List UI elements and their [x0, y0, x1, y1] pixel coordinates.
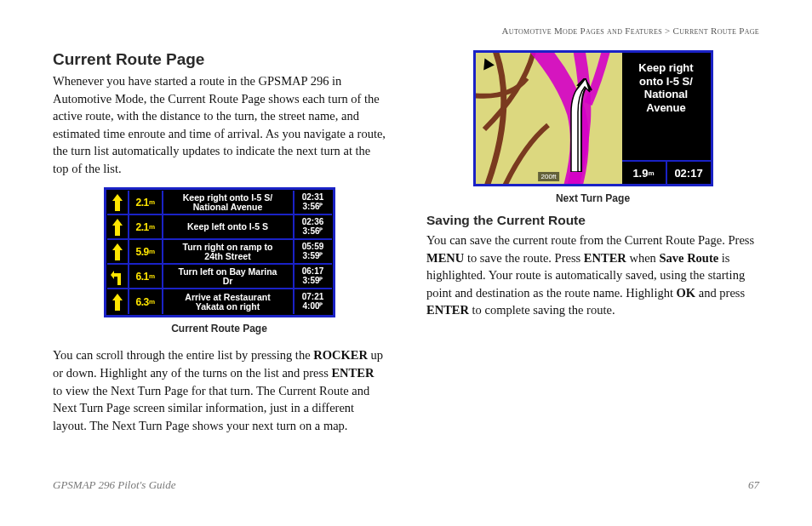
map-scale-label: 200ft [538, 172, 560, 181]
text: to view the Next Turn Page for that turn… [53, 384, 369, 432]
text: to complete saving the route. [469, 303, 615, 317]
route-times: 02:363:56ᴾ [294, 215, 332, 238]
map-instruction: Keep right onto I-5 S/ National Avenue [622, 53, 711, 162]
menu-key: MENU [426, 251, 464, 265]
route-street-name: Keep right onto I-5 S/National Avenue [163, 191, 294, 214]
saving-paragraph: You can save the current route from the … [426, 232, 759, 319]
text: when [626, 251, 660, 265]
route-table: 2.1mKeep right onto I-5 S/National Avenu… [104, 187, 335, 317]
intro-paragraph: Whenever you have started a route in the… [53, 72, 386, 177]
map-stats-row: 1.9m 02:17 [622, 162, 711, 184]
direction-arrow-icon [107, 265, 129, 288]
route-distance: 2.1m [129, 191, 163, 214]
turn-arrow-icon [556, 78, 593, 172]
save-route-label: Save Route [660, 251, 719, 265]
breadcrumb: Automotive Mode Pages and Features > Cur… [502, 26, 759, 36]
map-frame: 200ft Keep right onto I-5 S/ National Av… [473, 50, 713, 186]
route-distance: 6.3m [129, 289, 163, 314]
footer-guide-title: GPSMAP 296 Pilot's Guide [53, 478, 175, 492]
route-distance: 2.1m [129, 215, 163, 238]
enter-key-2: ENTER [426, 303, 469, 317]
route-street-name: Turn left on Bay MarinaDr [163, 265, 294, 288]
ok-label: OK [677, 286, 696, 300]
text: to save the route. Press [464, 251, 584, 265]
heading-saving-route: Saving the Current Route [426, 213, 759, 228]
route-row: 2.1mKeep left onto I-5 S02:363:56ᴾ [107, 215, 332, 240]
enter-key: ENTER [584, 251, 626, 265]
rocker-key: ROCKER [313, 348, 368, 362]
route-row: 2.1mKeep right onto I-5 S/National Avenu… [107, 191, 332, 215]
text: You can scroll through the entire list b… [53, 348, 313, 362]
heading-current-route-page: Current Route Page [53, 50, 386, 69]
figure1-caption: Current Route Page [53, 323, 386, 334]
route-distance: 5.9m [129, 240, 163, 263]
figure2-caption: Next Turn Page [426, 192, 759, 204]
route-street-name: Turn right on ramp to24th Street [163, 240, 294, 263]
route-street-name: Arrive at RestaurantYakata on right [163, 289, 294, 314]
map-roads-svg [476, 53, 622, 184]
direction-arrow-icon [107, 191, 129, 214]
route-row: 6.1mTurn left on Bay MarinaDr06:173:59ᴾ [107, 265, 332, 289]
scroll-paragraph: You can scroll through the entire list b… [53, 346, 386, 434]
route-row: 5.9mTurn right on ramp to24th Street05:5… [107, 240, 332, 265]
map-time: 02:17 [667, 162, 711, 184]
route-row: 6.3mArrive at RestaurantYakata on right0… [107, 289, 332, 314]
content-columns: Current Route Page Whenever you have sta… [53, 50, 759, 444]
text: You can save the current route from the … [426, 233, 754, 247]
route-distance: 6.1m [129, 265, 163, 288]
direction-arrow-icon [107, 240, 129, 263]
map-dist-value: 1.9 [632, 167, 648, 180]
map-canvas: 200ft [476, 53, 622, 184]
figure-next-turn: 200ft Keep right onto I-5 S/ National Av… [426, 50, 759, 204]
page-footer: GPSMAP 296 Pilot's Guide 67 [53, 478, 759, 492]
direction-arrow-icon [107, 289, 129, 314]
map-dist-unit: m [648, 169, 654, 177]
map-info-panel: Keep right onto I-5 S/ National Avenue 1… [622, 53, 711, 184]
route-times: 07:214:00ᴾ [294, 289, 332, 314]
route-times: 05:593:59ᴾ [294, 240, 332, 263]
route-times: 06:173:59ᴾ [294, 265, 332, 288]
right-column: 200ft Keep right onto I-5 S/ National Av… [426, 50, 759, 444]
left-column: Current Route Page Whenever you have sta… [53, 50, 386, 444]
figure-current-route: 2.1mKeep right onto I-5 S/National Avenu… [53, 187, 386, 334]
route-street-name: Keep left onto I-5 S [163, 215, 294, 238]
route-times: 02:313:56ᴾ [294, 191, 332, 214]
footer-page-number: 67 [748, 478, 759, 492]
map-distance: 1.9m [622, 162, 667, 184]
text: and press [695, 286, 745, 300]
enter-key: ENTER [331, 366, 374, 380]
direction-arrow-icon [107, 215, 129, 238]
